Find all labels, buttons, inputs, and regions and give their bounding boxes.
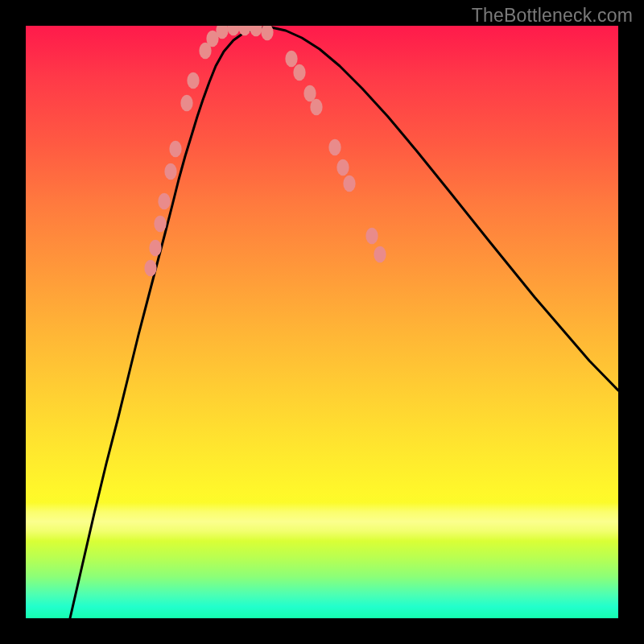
chart-overlay [26,26,618,618]
curve-marker [227,26,239,35]
curve-marker [336,159,349,176]
curve-marker [374,246,386,263]
curve-marker [293,64,305,81]
curve-marker [169,141,181,158]
curve-marker [149,240,161,257]
curve-marker [187,72,199,89]
bottleneck-curve [70,27,618,618]
curve-marker [328,139,341,156]
curve-marker [261,26,273,40]
plot-area [26,26,618,618]
curve-marker [310,99,322,116]
chart-stage: TheBottleneck.com [0,0,644,644]
curve-marker [365,228,378,245]
watermark-text: TheBottleneck.com [472,5,633,27]
curve-marker [154,216,166,233]
curve-marker [250,26,262,36]
curve-marker [144,260,156,277]
curve-marker [285,51,297,68]
curve-marker [158,193,170,210]
curve-marker [164,163,176,180]
curve-marker [180,95,192,112]
curve-marker [343,175,355,192]
curve-markers [144,26,386,276]
curve-marker [303,85,316,102]
